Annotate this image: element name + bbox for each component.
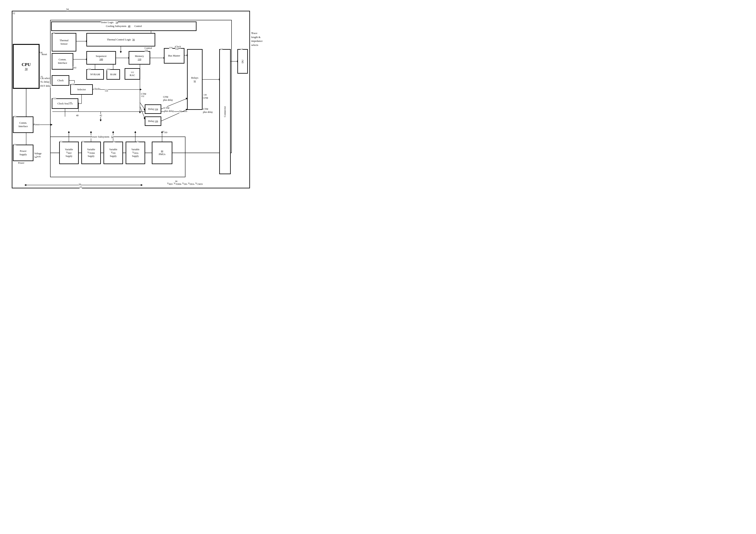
rac-box: 112 RAC	[125, 68, 140, 79]
ref-76: 76	[113, 140, 115, 143]
svg-marker-80	[139, 112, 141, 113]
var-vdd-label1: Variable	[109, 148, 117, 151]
power-label: Power	[34, 123, 40, 126]
var-vterm-box: Variable VTERM Supply	[82, 142, 101, 164]
var-vdd-label2: VDD	[109, 151, 117, 154]
power-supply-label: Power	[19, 149, 27, 153]
ref-34: 34	[66, 8, 69, 11]
ref-70: 70	[14, 143, 16, 146]
thermal-sensor-label: Thermal	[60, 39, 68, 42]
comm-interface-tester-label2: Interface	[58, 61, 67, 65]
selector-label: Selector	[77, 88, 86, 91]
bus-master-label: Bus Master	[168, 54, 180, 58]
ref-130: 130	[203, 93, 207, 96]
cpu-box: CPU 30	[13, 44, 39, 89]
power-subsystem-label: Power Subsystem 52	[91, 135, 114, 139]
ref-110: 110	[135, 58, 144, 61]
delay-136-box: Delay 136	[145, 117, 161, 126]
var-vterm-label1: Variable	[87, 148, 95, 151]
comm-interface-bottom-box: Comm. Interface	[13, 117, 33, 133]
svg-marker-63	[140, 89, 142, 90]
var-vref-label1: Variable	[65, 148, 73, 151]
ref-40: 40	[76, 114, 78, 117]
var-vref-box: Variable VREF Supply	[59, 142, 78, 164]
cfm-plus-delay-label: CFMplus delay	[163, 95, 173, 102]
cooling-subsystem-label: Cooling Subsystem	[106, 25, 126, 28]
thermal-sensor-label2: Sensor	[60, 42, 68, 46]
svg-marker-92	[90, 131, 92, 133]
ref-106: 106	[88, 68, 91, 70]
ref-48: 48	[128, 25, 130, 28]
ref-50: 50	[179, 110, 182, 113]
ref-30: 30	[21, 67, 31, 71]
power-label2: Power	[18, 162, 24, 165]
cpu-label: CPU	[21, 62, 31, 67]
ref-114: 114	[169, 46, 172, 49]
ram-label: RAM	[110, 73, 116, 76]
connector-label: Connector	[223, 106, 226, 117]
ref-74: 74	[82, 140, 85, 143]
cfm-label: CFM	[203, 96, 208, 100]
bus-master-box: Bus Master	[164, 48, 184, 64]
svg-marker-108	[51, 124, 52, 125]
ref-42: 42	[100, 114, 102, 117]
trace-length-label: Tracelength &impedanceselects	[251, 31, 262, 47]
reset-label: Reset	[42, 53, 47, 56]
pmus-label: PMUs	[159, 153, 165, 156]
ref-124: 124	[105, 89, 108, 92]
tester-logic-label: Tester Logic 54	[101, 21, 118, 24]
ref-104: 104	[107, 68, 110, 70]
clock-tester-box: Clock	[52, 75, 69, 86]
ref-24: 24	[221, 48, 223, 50]
ref-100: 100	[95, 58, 106, 61]
ref-22: 22	[80, 186, 82, 189]
thermal-control-label: Thermal Control Logic	[107, 38, 131, 41]
tl-delay-label: TL Delay	[40, 81, 49, 84]
ref-44: 44	[35, 156, 37, 158]
du-box: DU	[238, 49, 248, 73]
svg-marker-39	[120, 51, 122, 53]
ctm-plus-delay-label: CTMplus delay	[164, 107, 174, 113]
ctm-right-label: CTMplus delay	[203, 108, 213, 114]
memory-label: Memory	[135, 55, 144, 58]
ref-12: 12	[13, 12, 15, 15]
var-vdd-box: Variable VDD Supply	[104, 142, 123, 164]
ref-132: 132	[141, 95, 144, 97]
comm-interface-tester-box: Comm. Interface	[52, 53, 73, 69]
relays-label: Relays	[191, 76, 198, 80]
svg-marker-105	[25, 184, 26, 186]
ref-72: 72	[60, 140, 63, 143]
var-vref-label3: Supply	[65, 155, 73, 158]
ref-32: 32	[14, 115, 16, 118]
delay-134-box: Delay 134	[145, 105, 161, 114]
clk-select-label: Clk select	[40, 77, 50, 80]
ram-box: RAM	[107, 69, 120, 79]
selector-box: Selector	[70, 85, 93, 94]
nvram-label: NVRAM	[90, 73, 100, 76]
sequencer-box: Sequencer 100	[87, 51, 116, 64]
svg-marker-96	[134, 131, 136, 133]
sequencer-label: Sequencer	[95, 55, 106, 58]
var-vdd-label3: Supply	[109, 155, 117, 158]
vdd-label: VDD	[163, 130, 167, 134]
svg-line-83	[140, 107, 145, 118]
cooling-subsystem-box: Cooling Subsystem 48 Control	[51, 22, 196, 31]
rac-label-112: 112	[130, 71, 135, 74]
ref-136: 136	[155, 120, 158, 122]
diagram-container: 34 12 Cooling Subsystem 48 Control Teste…	[0, 0, 282, 199]
ref-116: 116	[145, 49, 148, 51]
ref-58: 58	[53, 32, 55, 34]
vref-etc-label: VREF, VTERM, VDD, VDDA, VCMOS	[167, 182, 203, 185]
var-vterm-label3: Supply	[87, 155, 95, 158]
connector-box: Connector	[219, 49, 230, 174]
var-vdda-label3: Supply	[131, 155, 140, 158]
clock-tester-label: Clock	[57, 79, 64, 82]
dut-delay-label: DUT delay	[40, 85, 51, 88]
power-supply-box: Power Supply	[13, 145, 33, 161]
ref-80-label: 80	[159, 150, 165, 152]
ref-90: 90	[175, 180, 177, 182]
svg-marker-104	[141, 184, 143, 186]
var-vref-label2: VREF	[65, 151, 73, 154]
clocks-label: Clocks	[94, 88, 100, 90]
clock-sources-box: Clock Sources	[52, 99, 78, 109]
